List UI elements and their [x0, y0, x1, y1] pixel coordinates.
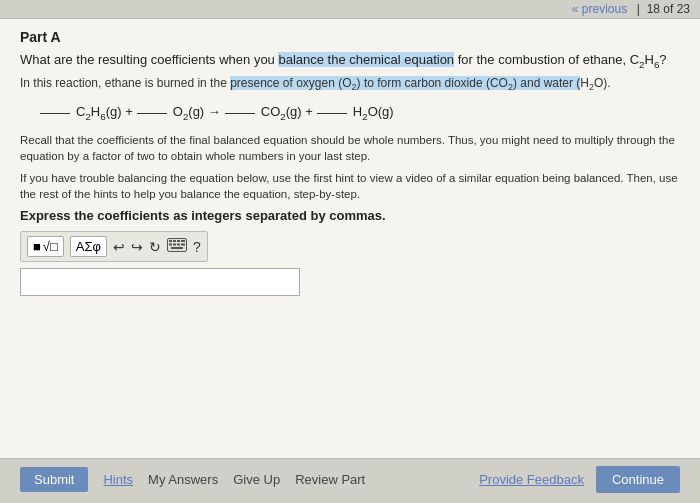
previous-link[interactable]: « previous — [572, 2, 627, 16]
eq-h2o: H2O(g) — [353, 104, 394, 122]
main-content: Part A What are the resulting coefficien… — [0, 19, 700, 458]
hints-button[interactable]: Hints — [103, 472, 133, 487]
sigma-button[interactable]: ΑΣφ — [70, 236, 107, 257]
blank-3 — [225, 113, 255, 114]
help-icon[interactable]: ? — [193, 239, 201, 255]
top-bar: « previous | 18 of 23 — [0, 0, 700, 19]
answer-toolbar: ■ √□ ΑΣφ ↩ ↪ ↻ ? — [20, 231, 208, 262]
submit-button[interactable]: Submit — [20, 467, 88, 492]
eq-c2h6: C2H6(g) + — [76, 104, 133, 122]
provide-feedback-button[interactable]: Provide Feedback — [479, 472, 584, 487]
fraction-sqrt-button[interactable]: ■ √□ — [27, 236, 64, 257]
redo-icon[interactable]: ↪ — [131, 239, 143, 255]
footer-right: Provide Feedback Continue — [479, 466, 680, 493]
notice-1: Recall that the coefficients of the fina… — [20, 132, 680, 164]
sigma-label: ΑΣφ — [76, 239, 101, 254]
answer-input[interactable] — [20, 268, 300, 296]
svg-rect-6 — [173, 244, 176, 246]
keyboard-icon[interactable] — [167, 238, 187, 255]
question-detail: In this reaction, ethane is burned in th… — [20, 75, 680, 94]
continue-button[interactable]: Continue — [596, 466, 680, 493]
undo-icon[interactable]: ↩ — [113, 239, 125, 255]
refresh-icon[interactable]: ↻ — [149, 239, 161, 255]
review-part-button[interactable]: Review Part — [295, 472, 365, 487]
give-up-button[interactable]: Give Up — [233, 472, 280, 487]
svg-rect-2 — [173, 240, 176, 242]
notice-2: If you have trouble balancing the equati… — [20, 170, 680, 202]
eq-o2: O2(g) → — [173, 104, 221, 122]
svg-rect-3 — [177, 240, 180, 242]
question-main: What are the resulting coefficients when… — [20, 51, 680, 71]
svg-rect-5 — [169, 244, 172, 246]
black-square-icon: ■ — [33, 239, 41, 254]
bottom-bar: Submit Hints My Answers Give Up Review P… — [0, 458, 700, 500]
svg-rect-4 — [181, 240, 185, 242]
svg-rect-9 — [171, 247, 183, 249]
eq-co2: CO2(g) + — [261, 104, 313, 122]
my-answers-button[interactable]: My Answers — [148, 472, 218, 487]
svg-rect-1 — [169, 240, 172, 242]
blank-1 — [40, 113, 70, 114]
blank-4 — [317, 113, 347, 114]
express-label: Express the coefficients as integers sep… — [20, 208, 680, 223]
svg-rect-8 — [181, 244, 185, 246]
svg-rect-7 — [177, 244, 180, 246]
blank-2 — [137, 113, 167, 114]
equation-line: C2H6(g) + O2(g) → CO2(g) + H2O(g) — [40, 104, 680, 122]
pagination: 18 of 23 — [647, 2, 690, 16]
part-label: Part A — [20, 29, 680, 45]
sqrt-icon: √□ — [43, 239, 58, 254]
